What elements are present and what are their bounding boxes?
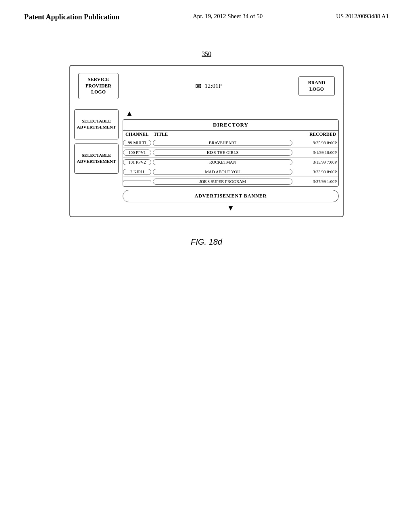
clock-area: ✉ 12:01P — [195, 82, 222, 91]
scroll-up-arrow[interactable]: ▲ — [123, 109, 339, 118]
figure-top-label: 350 — [202, 50, 211, 58]
clock-time: 12:01P — [204, 83, 222, 89]
col-header-title: TITLE — [154, 132, 292, 137]
ad-banner[interactable]: ADVERTISEMENT BANNER — [123, 190, 339, 202]
row-recorded: 3/27/99 1:00P — [294, 179, 338, 184]
sheet-info: Apr. 19, 2012 Sheet 34 of 50 — [193, 12, 263, 21]
row-channel: 2 KJRH — [123, 169, 151, 175]
table-row[interactable]: 100 PPV1 KISS THE GIRLS 3/1/99 10:00P — [123, 148, 338, 158]
scroll-down-arrow[interactable]: ▼ — [123, 204, 339, 212]
row-channel: 101 PPV2 — [123, 159, 151, 165]
directory-header: CHANNEL TITLE RECORDED — [123, 131, 338, 138]
row-title: MAD ABOUT YOU — [153, 169, 292, 175]
row-title: ROCKETMAN — [153, 159, 292, 165]
table-row[interactable]: 101 PPV2 ROCKETMAN 3/15/99 7:00P — [123, 158, 338, 167]
row-channel: 100 PPV1 — [123, 150, 151, 156]
directory-title: DIRECTORY — [123, 120, 338, 131]
table-row[interactable]: 2 KJRH MAD ABOUT YOU 3/23/99 8:00P — [123, 167, 338, 177]
tv-screen: SERVICE PROVIDER LOGO ✉ 12:01P BRAND LOG… — [69, 65, 344, 217]
table-row[interactable]: JOE'S SUPER PROGRAM 3/27/99 1:00P — [123, 177, 338, 186]
row-recorded: 9/25/98 8:00P — [294, 141, 338, 145]
patent-number: US 2012/0093488 A1 — [336, 12, 389, 21]
main-panel: ▲ DIRECTORY CHANNEL TITLE RECORDED 99 MU… — [123, 109, 339, 212]
table-row[interactable]: 99 MULTI BRAVEHEART 9/25/98 8:00P — [123, 138, 338, 148]
row-title: BRAVEHEART — [153, 140, 292, 146]
row-recorded: 3/15/99 7:00P — [294, 160, 338, 164]
selectable-ad-2[interactable]: SELECTABLE ADVERTISEMENT — [74, 143, 119, 174]
tv-body: SELECTABLE ADVERTISEMENT SELECTABLE ADVE… — [70, 105, 343, 216]
left-ads: SELECTABLE ADVERTISEMENT SELECTABLE ADVE… — [74, 109, 119, 212]
page-header: Patent Application Publication Apr. 19, … — [0, 0, 413, 26]
tv-top-bar: SERVICE PROVIDER LOGO ✉ 12:01P BRAND LOG… — [70, 66, 343, 105]
brand-logo: BRAND LOGO — [298, 76, 335, 96]
row-title: KISS THE GIRLS — [153, 150, 292, 156]
publication-label: Patent Application Publication — [24, 12, 119, 22]
row-recorded: 3/1/99 10:00P — [294, 150, 338, 155]
row-recorded: 3/23/99 8:00P — [294, 170, 338, 174]
col-header-recorded: RECORDED — [292, 132, 336, 137]
directory-container: DIRECTORY CHANNEL TITLE RECORDED 99 MULT… — [123, 119, 339, 187]
figure-caption: FIG. 18d — [191, 237, 222, 247]
row-channel: 99 MULTI — [123, 140, 151, 146]
row-channel — [123, 181, 151, 182]
envelope-icon: ✉ — [195, 82, 201, 91]
row-title: JOE'S SUPER PROGRAM — [153, 179, 292, 185]
col-header-channel: CHANNEL — [125, 132, 154, 137]
page-content: 350 SERVICE PROVIDER LOGO ✉ 12:01P BRAND… — [0, 26, 413, 263]
selectable-ad-1[interactable]: SELECTABLE ADVERTISEMENT — [74, 109, 119, 139]
service-provider-logo: SERVICE PROVIDER LOGO — [78, 73, 119, 99]
